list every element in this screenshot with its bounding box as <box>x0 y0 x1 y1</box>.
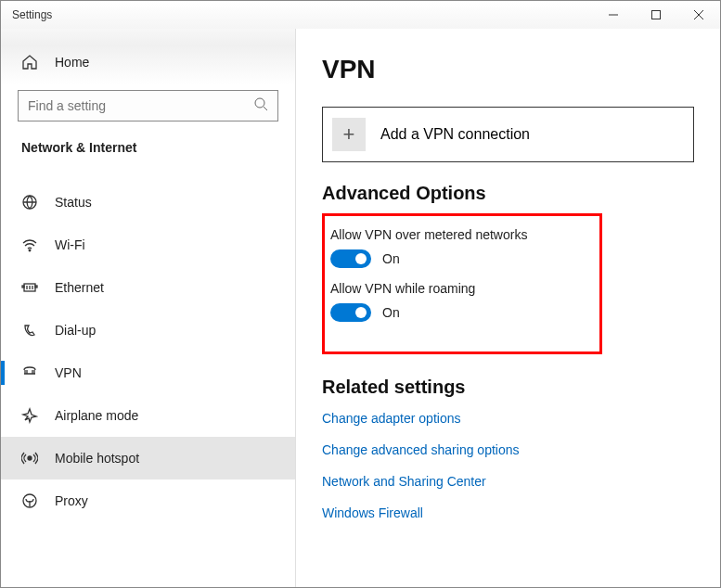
svg-line-5 <box>264 107 267 110</box>
sidebar-item-ethernet[interactable]: Ethernet <box>1 266 295 309</box>
add-vpn-button[interactable]: + Add a VPN connection <box>322 107 694 162</box>
svg-point-4 <box>255 98 264 108</box>
plus-icon: + <box>332 118 366 151</box>
sidebar-item-status[interactable]: Status <box>1 181 295 224</box>
nav-label: Dial-up <box>55 323 96 338</box>
svg-rect-9 <box>22 286 24 288</box>
minimize-button[interactable] <box>592 1 635 29</box>
nav-label: VPN <box>55 365 82 380</box>
nav-label: Airplane mode <box>55 408 138 423</box>
svg-rect-1 <box>652 11 661 19</box>
link-sharing[interactable]: Change advanced sharing options <box>322 442 694 457</box>
home-label: Home <box>55 55 89 70</box>
toggle-metered-switch[interactable] <box>330 249 371 268</box>
search-input[interactable] <box>28 98 253 113</box>
sidebar-item-wifi[interactable]: Wi-Fi <box>1 224 295 266</box>
sidebar-item-proxy[interactable]: Proxy <box>1 479 295 522</box>
advanced-options-title: Advanced Options <box>322 183 694 204</box>
toggle-roaming-label: Allow VPN while roaming <box>330 281 599 296</box>
home-nav[interactable]: Home <box>1 44 295 81</box>
window-title: Settings <box>12 8 592 21</box>
link-center[interactable]: Network and Sharing Center <box>322 474 694 489</box>
sidebar: Home Network & Internet Status Wi-Fi Et <box>1 29 296 587</box>
link-firewall[interactable]: Windows Firewall <box>322 505 694 520</box>
vpn-icon <box>21 364 38 381</box>
dialup-icon <box>21 322 38 339</box>
sidebar-item-dialup[interactable]: Dial-up <box>1 309 295 352</box>
wifi-icon <box>21 236 38 253</box>
toggle-roaming-state: On <box>382 305 400 320</box>
airplane-icon <box>21 407 38 424</box>
toggle-roaming: Allow VPN while roaming On <box>325 281 599 322</box>
sidebar-item-airplane[interactable]: Airplane mode <box>1 394 295 437</box>
svg-point-11 <box>28 456 32 460</box>
hotspot-icon <box>21 450 38 467</box>
nav-label: Ethernet <box>55 280 104 295</box>
category-label: Network & Internet <box>1 121 295 164</box>
home-icon <box>21 54 38 70</box>
highlight-box: Allow VPN over metered networks On Allow… <box>322 213 602 354</box>
svg-rect-10 <box>35 286 37 288</box>
nav-list: Status Wi-Fi Ethernet Dial-up VPN <box>1 181 295 522</box>
toggle-metered: Allow VPN over metered networks On <box>325 227 599 268</box>
svg-point-7 <box>29 249 31 251</box>
main-content: VPN + Add a VPN connection Advanced Opti… <box>296 29 720 587</box>
toggle-metered-label: Allow VPN over metered networks <box>330 227 599 242</box>
add-vpn-label: Add a VPN connection <box>380 126 530 143</box>
sidebar-item-hotspot[interactable]: Mobile hotspot <box>1 437 295 479</box>
page-title: VPN <box>322 55 694 84</box>
sidebar-item-vpn[interactable]: VPN <box>1 352 295 394</box>
nav-label: Wi-Fi <box>55 237 85 252</box>
nav-label: Status <box>55 195 92 210</box>
toggle-metered-state: On <box>382 251 400 266</box>
ethernet-icon <box>21 279 38 296</box>
nav-label: Mobile hotspot <box>55 451 139 466</box>
globe-icon <box>21 194 38 211</box>
toggle-roaming-switch[interactable] <box>330 303 371 322</box>
search-icon <box>253 96 268 115</box>
nav-label: Proxy <box>55 493 88 508</box>
related-settings-title: Related settings <box>322 377 694 398</box>
settings-window: Settings Home Network & Internet Status <box>0 0 721 588</box>
proxy-icon <box>21 492 38 509</box>
search-box[interactable] <box>18 90 278 121</box>
close-button[interactable] <box>677 1 720 29</box>
maximize-button[interactable] <box>635 1 677 29</box>
link-adapter[interactable]: Change adapter options <box>322 411 694 426</box>
titlebar: Settings <box>1 1 720 29</box>
